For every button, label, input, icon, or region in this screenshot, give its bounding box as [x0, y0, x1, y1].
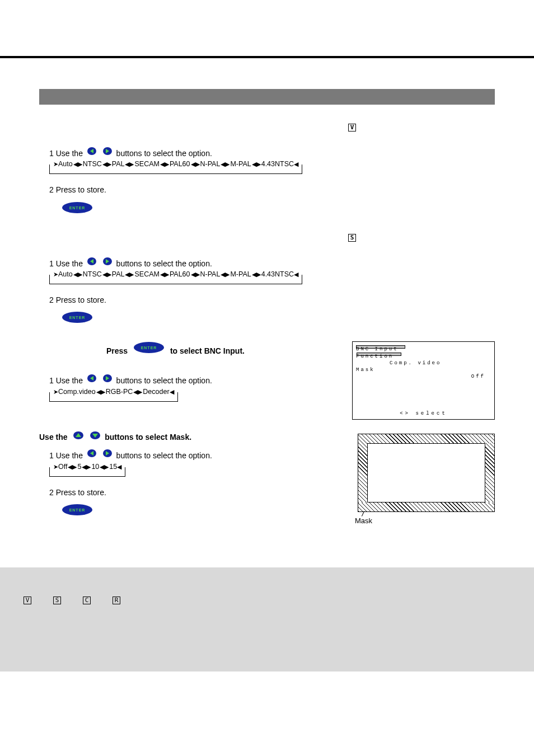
seq-item: PAL	[112, 159, 125, 168]
hatch-right	[485, 443, 494, 503]
seq-item: PAL	[112, 270, 125, 279]
mask-diagram: Mask	[358, 434, 495, 512]
section-mask: Use the buttons to select Mask. 1 Use th…	[39, 420, 495, 534]
ref-l1: BNC Input	[356, 346, 491, 353]
footer-item: C	[82, 595, 92, 604]
enter-button-icon[interactable]: ENTER	[133, 341, 165, 354]
section-title-bar	[39, 89, 495, 105]
ref-footer: <> select	[356, 410, 491, 417]
ref-l2: Function	[356, 354, 394, 359]
footer-panel: V S C R	[0, 567, 534, 672]
step1-suffix: buttons to select the option.	[116, 376, 212, 385]
seq-item: Decoder	[143, 387, 169, 396]
s-input-sequence: ➤ Auto ◀▶ NTSC ◀▶ PAL ◀▶ SECAM ◀▶ PAL60 …	[49, 275, 495, 284]
box-letter-v: V	[348, 124, 356, 132]
reference-panel: BNC Input Function Comp. video Mask Off …	[352, 341, 495, 420]
step2-suffix: to store.	[78, 185, 106, 194]
box-letter-c: C	[83, 597, 91, 604]
seq-item: N-PAL	[200, 159, 221, 168]
seq-item: PAL60	[170, 270, 190, 279]
left-arrow-button-icon[interactable]	[87, 146, 97, 156]
seq-item: M-PAL	[230, 159, 251, 168]
up-arrow-button-icon[interactable]	[73, 431, 84, 443]
seq-item: N-PAL	[200, 270, 221, 279]
hatch-bottom	[358, 503, 494, 511]
mask-inner-frame	[367, 443, 485, 503]
enter-button-icon[interactable]: ENTER	[62, 311, 495, 326]
box-letter-s: S	[348, 234, 356, 242]
seq-item: 10	[91, 462, 99, 471]
mask-sequence: ➤ Off ◀▶ 5 ◀▶ 10 ◀▶ 15 ◀	[49, 467, 341, 477]
right-arrow-button-icon[interactable]	[102, 256, 113, 266]
bnc-sequence: ➤ Comp.video ◀▶ RGB-PC ◀▶ Decoder ◀	[49, 392, 341, 402]
enter-button-icon[interactable]: ENTER	[62, 201, 495, 216]
seq-item: 4.43NTSC	[261, 159, 294, 168]
right-arrow-button-icon[interactable]	[102, 146, 113, 156]
seq-item: Off	[58, 462, 67, 471]
svg-text:ENTER: ENTER	[69, 508, 86, 512]
footer-item: S	[52, 595, 62, 604]
down-arrow-button-icon[interactable]	[90, 431, 101, 443]
seq-item: 4.43NTSC	[261, 270, 294, 279]
footer-item: R	[111, 595, 121, 604]
ref-l3: Mask	[356, 367, 375, 373]
page-body: V 1 Use the buttons to select the option…	[0, 89, 534, 534]
box-letter-v: V	[24, 597, 31, 604]
seq-item: PAL60	[170, 159, 190, 168]
mask-step2: 2 Press to store.	[49, 487, 341, 498]
seq-item: SECAM	[134, 270, 159, 279]
step2-prefix: 2 Press	[49, 488, 76, 497]
bnc-trail: to select BNC Input.	[170, 346, 245, 355]
seq-item: 5	[77, 462, 81, 471]
step1-prefix: 1 Use the	[49, 259, 83, 268]
hatch-top	[358, 434, 494, 443]
seq-item: SECAM	[134, 159, 159, 168]
video-input-step2: 2 Press to store.	[49, 184, 495, 195]
section-bnc-input: Press ENTER to select BNC Input. 1 Use t…	[39, 341, 495, 420]
left-arrow-button-icon[interactable]	[87, 256, 97, 266]
enter-button-icon[interactable]: ENTER	[62, 504, 341, 518]
step1-prefix: 1 Use the	[49, 149, 83, 158]
s-input-step1: 1 Use the buttons to select the option.	[49, 256, 495, 269]
box-letter-r: R	[113, 597, 120, 604]
svg-text:ENTER: ENTER	[141, 346, 157, 350]
bnc-step1: 1 Use the buttons to select the option.	[49, 373, 341, 386]
box-letter-s: S	[53, 597, 61, 604]
bnc-lead: Press	[106, 346, 128, 355]
step1-suffix: buttons to select the option.	[116, 149, 212, 158]
enter-label: ENTER	[69, 206, 86, 210]
mask-callout: Mask	[355, 516, 372, 525]
step1-prefix: 1 Use the	[49, 451, 83, 460]
mask-intro-prefix: Use the	[39, 433, 68, 442]
video-input-step1: 1 Use the buttons to select the option.	[49, 146, 495, 159]
step1-suffix: buttons to select the option.	[116, 259, 212, 268]
video-input-label: V	[347, 124, 357, 132]
seq-item: 15	[109, 462, 117, 471]
seq-item: Auto	[58, 159, 73, 168]
left-arrow-button-icon[interactable]	[87, 448, 97, 458]
section-video-input: V	[39, 121, 495, 132]
step2-suffix: to store.	[78, 295, 106, 304]
footer-item: V	[22, 595, 32, 604]
enter-label: ENTER	[69, 316, 86, 320]
step2-prefix: 2 Press	[49, 295, 76, 304]
mask-step1: 1 Use the buttons to select the option.	[49, 448, 341, 461]
seq-item: M-PAL	[230, 270, 251, 279]
seq-item: Auto	[58, 270, 73, 279]
ref-l2v: Comp. video	[390, 360, 441, 366]
s-input-step2: 2 Press to store.	[49, 294, 495, 306]
seq-item: RGB-PC	[106, 387, 133, 396]
step1-prefix: 1 Use the	[49, 376, 83, 385]
ref-l3v: Off	[471, 374, 485, 379]
seq-item: NTSC	[83, 159, 102, 168]
right-arrow-button-icon[interactable]	[102, 373, 113, 383]
mask-intro-suffix: buttons to select Mask.	[105, 433, 191, 442]
step2-suffix: to store.	[78, 488, 106, 497]
hatch-left	[358, 443, 367, 503]
left-arrow-button-icon[interactable]	[87, 373, 97, 383]
seq-item: Comp.video	[58, 387, 96, 396]
right-arrow-button-icon[interactable]	[102, 448, 113, 458]
s-input-label: S	[347, 234, 357, 242]
step2-prefix: 2 Press	[49, 185, 76, 194]
video-input-sequence: ➤ Auto ◀▶ NTSC ◀▶ PAL ◀▶ SECAM ◀▶ PAL60 …	[49, 165, 495, 174]
